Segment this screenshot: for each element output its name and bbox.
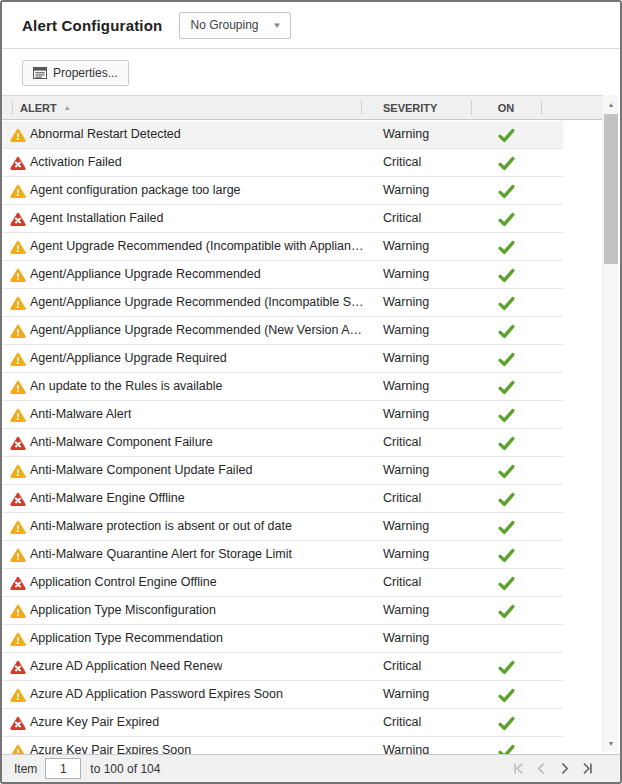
table-row[interactable]: Agent/Appliance Upgrade Recommended (Inc… bbox=[2, 289, 563, 317]
table-row[interactable]: Agent/Appliance Upgrade Recommended Warn… bbox=[2, 261, 563, 289]
warning-icon bbox=[10, 296, 26, 315]
table-row[interactable]: Anti-Malware Alert Warning bbox=[2, 401, 563, 429]
on-check-icon bbox=[498, 156, 515, 171]
table-row[interactable]: Azure Key Pair Expired Critical bbox=[2, 709, 563, 737]
warning-icon bbox=[10, 548, 26, 567]
on-check-icon bbox=[498, 492, 515, 507]
warning-icon bbox=[10, 128, 26, 147]
item-number-input[interactable] bbox=[45, 758, 81, 779]
table-row[interactable]: Azure AD Application Password Expires So… bbox=[2, 681, 563, 709]
table-row[interactable]: Activation Failed Critical bbox=[2, 149, 563, 177]
on-cell bbox=[471, 681, 541, 709]
properties-button[interactable]: Properties... bbox=[22, 60, 129, 86]
item-range-text: to 100 of 104 bbox=[90, 762, 160, 776]
previous-page-icon[interactable] bbox=[534, 762, 548, 775]
on-cell bbox=[471, 373, 541, 401]
on-cell bbox=[471, 233, 541, 261]
on-check-icon bbox=[498, 296, 515, 311]
scrollbar-thumb[interactable] bbox=[604, 114, 618, 264]
table-row[interactable]: Agent/Appliance Upgrade Required Warning bbox=[2, 345, 563, 373]
column-header-alert[interactable]: ALERT ▲ bbox=[20, 96, 71, 119]
severity-label: Warning bbox=[383, 401, 429, 428]
column-header-on[interactable]: ON bbox=[471, 96, 541, 119]
on-cell bbox=[471, 401, 541, 429]
table-row[interactable]: Azure AD Application Need Renew Critical bbox=[2, 653, 563, 681]
last-page-icon[interactable] bbox=[580, 762, 594, 775]
grouping-dropdown[interactable]: No Grouping ▼ bbox=[179, 12, 291, 39]
critical-icon bbox=[10, 436, 26, 455]
alert-label: Azure Key Pair Expired bbox=[30, 709, 159, 736]
table-row[interactable]: Anti-Malware protection is absent or out… bbox=[2, 513, 563, 541]
alert-label: Application Type Misconfiguration bbox=[30, 597, 216, 624]
severity-label: Warning bbox=[383, 373, 429, 400]
severity-label: Warning bbox=[383, 457, 429, 484]
alert-label: Azure AD Application Password Expires So… bbox=[30, 681, 283, 708]
scroll-down-icon[interactable]: ▼ bbox=[603, 735, 619, 751]
column-divider bbox=[361, 100, 362, 115]
table-row[interactable]: An update to the Rules is available Warn… bbox=[2, 373, 563, 401]
column-header-severity[interactable]: SEVERITY bbox=[383, 96, 437, 119]
severity-label: Critical bbox=[383, 429, 421, 456]
warning-icon bbox=[10, 324, 26, 343]
pagination-footer: Item to 100 of 104 bbox=[2, 754, 620, 782]
on-cell bbox=[471, 541, 541, 569]
alert-label: Anti-Malware Alert bbox=[30, 401, 131, 428]
table-row[interactable]: Agent/Appliance Upgrade Recommended (New… bbox=[2, 317, 563, 345]
toolbar: Properties... bbox=[2, 50, 620, 95]
on-check-icon bbox=[498, 604, 515, 619]
table-row[interactable]: Application Type Misconfiguration Warnin… bbox=[2, 597, 563, 625]
on-cell bbox=[471, 653, 541, 681]
scroll-up-icon[interactable]: ▲ bbox=[603, 96, 619, 112]
table-row[interactable]: Anti-Malware Engine Offline Critical bbox=[2, 485, 563, 513]
table-row[interactable]: Abnormal Restart Detected Warning bbox=[2, 121, 563, 149]
severity-label: Warning bbox=[383, 261, 429, 288]
warning-icon bbox=[10, 268, 26, 287]
severity-label: Critical bbox=[383, 569, 421, 596]
first-page-icon[interactable] bbox=[511, 762, 525, 775]
on-cell bbox=[471, 317, 541, 345]
on-cell bbox=[471, 597, 541, 625]
table-row[interactable]: Application Type Recommendation Warning bbox=[2, 625, 563, 653]
item-label: Item bbox=[14, 762, 37, 776]
warning-icon bbox=[10, 604, 26, 623]
table-row[interactable]: Anti-Malware Quarantine Alert for Storag… bbox=[2, 541, 563, 569]
alert-label: Activation Failed bbox=[30, 149, 122, 176]
alert-label: Agent Installation Failed bbox=[30, 205, 163, 232]
table-row[interactable]: Anti-Malware Component Update Failed War… bbox=[2, 457, 563, 485]
column-header-alert-label: ALERT bbox=[20, 102, 57, 114]
alert-label: Agent Upgrade Recommended (Incompatible … bbox=[30, 233, 366, 260]
critical-icon bbox=[10, 716, 26, 735]
table-row[interactable]: Anti-Malware Component Failure Critical bbox=[2, 429, 563, 457]
on-check-icon bbox=[498, 436, 515, 451]
on-check-icon bbox=[498, 128, 515, 143]
alert-label: Anti-Malware Component Update Failed bbox=[30, 457, 252, 484]
warning-icon bbox=[10, 632, 26, 651]
alert-label: Anti-Malware Engine Offline bbox=[30, 485, 185, 512]
table-row[interactable]: Application Control Engine Offline Criti… bbox=[2, 569, 563, 597]
pager bbox=[511, 762, 594, 775]
table-row[interactable]: Agent configuration package too large Wa… bbox=[2, 177, 563, 205]
on-cell bbox=[471, 513, 541, 541]
vertical-scrollbar[interactable]: ▲ ▼ bbox=[602, 95, 618, 752]
severity-label: Critical bbox=[383, 485, 421, 512]
table-row[interactable]: Agent Upgrade Recommended (Incompatible … bbox=[2, 233, 563, 261]
on-cell bbox=[471, 177, 541, 205]
warning-icon bbox=[10, 464, 26, 483]
severity-label: Warning bbox=[383, 233, 429, 260]
on-check-icon bbox=[498, 520, 515, 535]
warning-icon bbox=[10, 240, 26, 259]
chevron-down-icon: ▼ bbox=[272, 21, 282, 30]
table-row[interactable]: Agent Installation Failed Critical bbox=[2, 205, 563, 233]
severity-label: Warning bbox=[383, 681, 429, 708]
next-page-icon[interactable] bbox=[557, 762, 571, 775]
warning-icon bbox=[10, 520, 26, 539]
warning-icon bbox=[10, 408, 26, 427]
on-cell bbox=[471, 625, 541, 653]
alert-label: Anti-Malware protection is absent or out… bbox=[30, 513, 292, 540]
alert-label: Agent configuration package too large bbox=[30, 177, 241, 204]
severity-label: Warning bbox=[383, 289, 429, 316]
grouping-dropdown-value: No Grouping bbox=[190, 18, 258, 32]
alert-label: Application Control Engine Offline bbox=[30, 569, 217, 596]
on-cell bbox=[471, 261, 541, 289]
on-cell bbox=[471, 569, 541, 597]
